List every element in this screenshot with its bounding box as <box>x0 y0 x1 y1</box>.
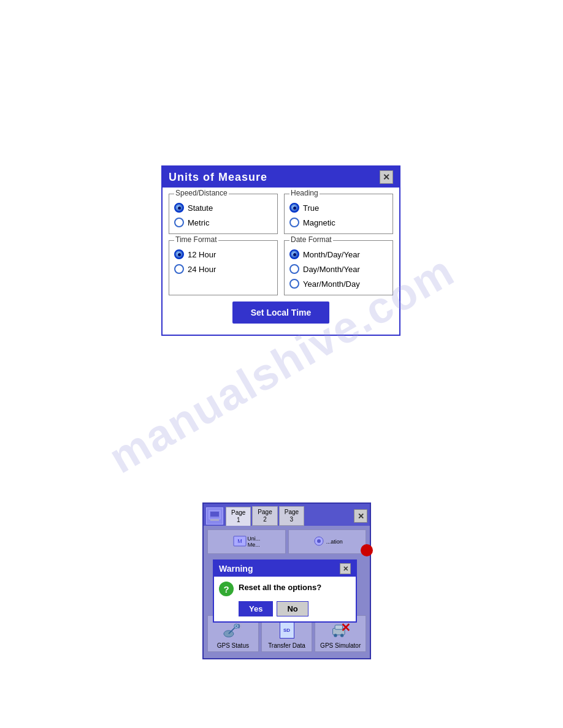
month-day-year-label: Month/Day/Year <box>303 250 360 259</box>
day-month-year-radio[interactable] <box>289 264 299 274</box>
transfer-data-icon: SD <box>277 620 297 640</box>
time-format-label: Time Format <box>174 235 218 244</box>
location-item[interactable]: ...ation <box>288 529 367 554</box>
12hour-label: 12 Hour <box>188 250 216 259</box>
svg-text:M: M <box>237 538 242 544</box>
warning-no-button[interactable]: No <box>277 601 308 616</box>
gps-status-label: GPS Status <box>217 642 249 649</box>
settings-window-frame: Page 1 Page 2 Page 3 ✕ M Uni...Me... <box>202 502 371 659</box>
warning-message: Reset all the options? <box>239 582 321 592</box>
svg-rect-12 <box>335 625 342 629</box>
month-day-year-radio[interactable] <box>289 249 299 259</box>
gps-simulator-icon <box>331 620 350 640</box>
24hour-radio[interactable] <box>174 264 184 274</box>
date-format-group: Date Format Month/Day/Year Day/Month/Yea… <box>284 240 393 295</box>
magnetic-option[interactable]: Magnetic <box>289 218 388 227</box>
svg-point-13 <box>334 634 337 637</box>
gps-simulator-label: GPS Simulator <box>320 642 361 649</box>
speed-distance-label: Speed/Distance <box>174 189 229 197</box>
units-measure-icon: M <box>232 535 247 548</box>
warning-yes-button[interactable]: Yes <box>239 601 273 616</box>
set-local-time-button[interactable]: Set Local Time <box>232 301 330 324</box>
true-radio[interactable] <box>289 203 299 213</box>
magnetic-label: Magnetic <box>303 218 335 227</box>
svg-rect-1 <box>210 512 219 517</box>
units-dialog-titlebar: Units of Measure ✕ <box>163 167 399 188</box>
24hour-option[interactable]: 24 Hour <box>174 264 272 274</box>
units-bottom-row: Time Format 12 Hour 24 Hour Date Format … <box>169 240 393 295</box>
heading-group: Heading True Magnetic <box>284 194 393 234</box>
units-top-row: Speed/Distance Statute Metric Heading Tr… <box>169 194 393 234</box>
units-dialog-content: Speed/Distance Statute Metric Heading Tr… <box>163 188 399 335</box>
transfer-data-label: Transfer Data <box>268 642 305 649</box>
svg-point-10 <box>236 625 237 627</box>
true-option[interactable]: True <box>289 203 388 213</box>
location-icon <box>312 535 326 548</box>
statute-label: Statute <box>188 203 213 213</box>
units-measure-item[interactable]: M Uni...Me... <box>207 529 286 554</box>
metric-label: Metric <box>188 218 209 227</box>
day-month-year-option[interactable]: Day/Month/Year <box>289 264 388 274</box>
units-dialog-title: Units of Measure <box>169 171 267 184</box>
magnetic-radio[interactable] <box>289 218 299 227</box>
svg-rect-2 <box>210 519 219 521</box>
month-day-year-option[interactable]: Month/Day/Year <box>289 249 388 259</box>
12hour-radio[interactable] <box>174 249 184 259</box>
date-format-label: Date Format <box>289 235 333 244</box>
settings-tabs-bar: Page 1 Page 2 Page 3 ✕ <box>204 504 370 526</box>
time-format-group: Time Format 12 Hour 24 Hour <box>169 240 278 295</box>
statute-radio[interactable] <box>174 203 184 213</box>
units-of-measure-dialog: Units of Measure ✕ Speed/Distance Statut… <box>161 165 400 336</box>
sd-card-icon: SD <box>280 621 294 639</box>
units-dialog-close-button[interactable]: ✕ <box>380 170 393 184</box>
day-month-year-label: Day/Month/Year <box>303 265 360 274</box>
settings-app-icon <box>206 507 223 525</box>
year-month-day-option[interactable]: Year/Month/Day <box>289 279 388 289</box>
svg-point-6 <box>317 539 321 543</box>
metric-radio[interactable] <box>174 218 184 227</box>
warning-title-text: Warning <box>219 564 253 574</box>
settings-top-row: M Uni...Me... ...ation <box>207 529 366 554</box>
metric-option[interactable]: Metric <box>174 218 272 227</box>
red-indicator <box>361 544 373 556</box>
warning-body: ? Reset all the options? <box>214 577 356 601</box>
tab-page2[interactable]: Page 2 <box>252 506 277 526</box>
year-month-day-label: Year/Month/Day <box>303 279 360 289</box>
warning-titlebar: Warning ✕ <box>214 561 356 577</box>
settings-body: M Uni...Me... ...ation <box>204 526 370 658</box>
settings-close-button[interactable]: ✕ <box>354 509 367 523</box>
tab-page3[interactable]: Page 3 <box>279 506 304 526</box>
warning-dialog: Warning ✕ ? Reset all the options? Yes N… <box>213 559 357 623</box>
12hour-option[interactable]: 12 Hour <box>174 249 272 259</box>
year-month-day-radio[interactable] <box>289 279 299 289</box>
svg-point-14 <box>340 634 343 637</box>
24hour-label: 24 Hour <box>188 265 216 274</box>
speed-distance-group: Speed/Distance Statute Metric <box>169 194 278 234</box>
tab-page1[interactable]: Page 1 <box>226 507 251 526</box>
settings-window: Page 1 Page 2 Page 3 ✕ M Uni...Me... <box>202 502 371 659</box>
warning-close-button[interactable]: ✕ <box>340 563 351 574</box>
gps-status-icon <box>223 620 243 640</box>
warning-buttons: Yes No <box>214 601 356 621</box>
warning-question-icon: ? <box>219 582 234 596</box>
true-label: True <box>303 203 319 213</box>
heading-label: Heading <box>289 189 320 197</box>
statute-option[interactable]: Statute <box>174 203 272 213</box>
